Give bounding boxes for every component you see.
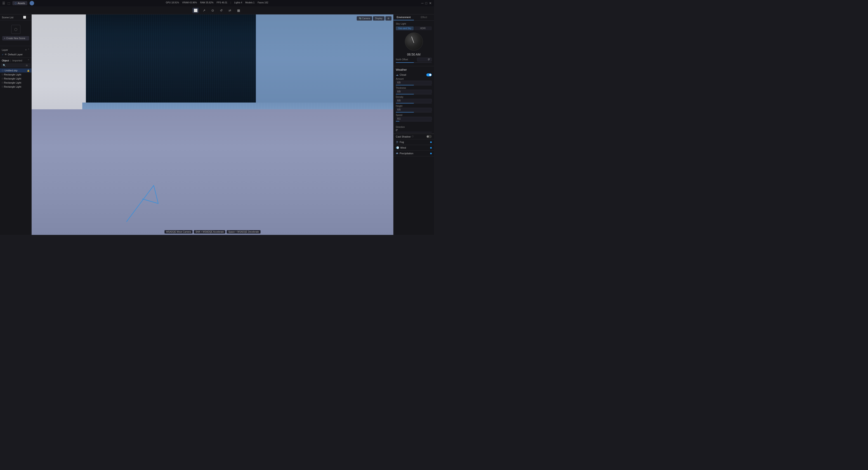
direction-section: Direction 0°: [394, 125, 434, 134]
amount-value[interactable]: 0.5: [396, 80, 432, 85]
fog-label: Fog: [400, 141, 404, 143]
sky-sphere[interactable]: [405, 33, 423, 51]
tab-object[interactable]: Object: [2, 59, 9, 62]
tool-select[interactable]: ⬜: [192, 8, 199, 13]
tab-effect[interactable]: Effect: [414, 14, 434, 20]
tab-hdri[interactable]: HDRI: [414, 26, 432, 30]
display-button[interactable]: Display: [373, 16, 384, 21]
cloud-toggle[interactable]: [426, 73, 432, 76]
right-panel: Environment Effect Sky Light Geo and Sky…: [393, 14, 434, 235]
object-item-rect2[interactable]: □ Rectangle Light: [0, 76, 31, 80]
scene-list-header: Scene List ⬜ ⋯: [0, 14, 31, 20]
assets-button[interactable]: ⬡ Assets: [12, 1, 27, 5]
layer-name: Default Layer: [8, 53, 23, 56]
tool-mirror[interactable]: ⇄: [227, 8, 233, 13]
minimize-button[interactable]: ─: [421, 1, 424, 5]
speed-label: Speed: [396, 114, 432, 116]
object-search-input[interactable]: [7, 64, 25, 67]
object-list: ⬡ Untitled.skp 🔒 □ Rectangle Light □ Rec…: [0, 68, 31, 235]
object-item-untitled[interactable]: ⬡ Untitled.skp 🔒: [0, 68, 31, 72]
viewport-settings-btn[interactable]: ⚙: [385, 16, 392, 21]
height-track[interactable]: [396, 112, 432, 112]
density-track[interactable]: [396, 103, 432, 103]
amount-track[interactable]: [396, 85, 432, 86]
grid-layout-icon[interactable]: ⊞: [26, 64, 28, 67]
weather-section: Weather ☁ Cloud Amount 0.5 Thickness 0.5: [394, 66, 434, 125]
arrow-drawing: [122, 174, 172, 224]
speed-value[interactable]: 0.1: [396, 117, 432, 121]
tab-imported[interactable]: Imported: [12, 59, 22, 62]
layer-section: Layer + ⌃ ✓ 👁 Default Layer: [0, 47, 31, 58]
divider-1: [0, 46, 31, 46]
menu-icon[interactable]: ☰: [2, 1, 5, 5]
default-layer-item[interactable]: ✓ 👁 Default Layer: [2, 53, 30, 56]
fog-toggle-dot[interactable]: [430, 141, 432, 143]
wind-row: 💨 Wind: [394, 145, 434, 150]
tool-rotate[interactable]: ↺: [218, 8, 224, 13]
sky-time: 06:50 AM: [396, 53, 432, 56]
thickness-value[interactable]: 0.5: [396, 90, 432, 94]
camera-icon: 📷: [359, 17, 362, 20]
north-offset-value[interactable]: 0°: [417, 58, 432, 61]
weather-title: Weather: [396, 68, 432, 71]
scene-floor: [32, 109, 393, 235]
viewport-controls: 📷 Camera Display ⚙: [357, 16, 392, 21]
rect-icon-2: □: [2, 77, 3, 80]
thickness-row: Thickness 0.5: [396, 87, 432, 94]
object-search-bar[interactable]: 🔍 ⊞: [1, 63, 31, 68]
wind-label: Wind: [400, 146, 406, 149]
lock-icon: 🔒: [27, 69, 30, 72]
cloud-row: ☁ Cloud: [396, 73, 432, 76]
north-offset-track[interactable]: [396, 62, 432, 63]
close-button[interactable]: ✕: [429, 1, 432, 5]
shortcut-decelerate: Space + WSADQE Decelerate: [227, 230, 260, 234]
create-scene-button[interactable]: + Create New Scene: [2, 36, 29, 40]
tool-grid[interactable]: ▦: [235, 8, 242, 13]
height-row: Height 0.5: [396, 105, 432, 112]
vram-stat: VRAM 43.96%: [182, 1, 197, 4]
object-item-rect3[interactable]: □ Rectangle Light: [0, 80, 31, 85]
direction-track[interactable]: [396, 132, 432, 132]
layer-collapse[interactable]: ⌃: [28, 48, 30, 51]
scene-panel-collapse[interactable]: ⬜: [23, 16, 26, 19]
cast-shadow-toggle[interactable]: [426, 135, 432, 138]
direction-value[interactable]: 0°: [396, 129, 432, 131]
wind-icon: 💨: [396, 146, 399, 149]
scene-panel-menu[interactable]: ⋯: [27, 16, 30, 19]
precipitation-label: Precipitation: [400, 152, 413, 155]
height-value[interactable]: 0.5: [396, 108, 432, 111]
precipitation-toggle-dot[interactable]: [430, 153, 432, 154]
object-name-rect1: Rectangle Light: [4, 73, 21, 76]
tab-geo-sky[interactable]: Geo and Sky: [396, 26, 414, 30]
viewport[interactable]: 📷 Camera Display ⚙ WSADQE Move Camera Sh…: [32, 14, 393, 235]
add-layer-button[interactable]: +: [25, 48, 27, 51]
density-label: Density: [396, 96, 432, 98]
collapse-icon[interactable]: ⌃: [27, 59, 30, 62]
object-name: Untitled.skp: [4, 69, 18, 72]
layer-eye-icon[interactable]: 👁: [4, 53, 7, 56]
gpu-stat: GPU 18.91%: [166, 1, 179, 4]
svg-line-1: [154, 186, 158, 203]
user-avatar[interactable]: [30, 1, 34, 5]
camera-button[interactable]: 📷 Camera: [357, 16, 372, 21]
north-offset-label: North Offset: [396, 58, 408, 61]
speed-track[interactable]: [396, 121, 432, 122]
wind-toggle-dot[interactable]: [430, 147, 432, 148]
density-row: Density 0.5: [396, 96, 432, 103]
tool-pen[interactable]: ↗: [201, 8, 207, 13]
density-value[interactable]: 0.5: [396, 99, 432, 103]
speed-row: Speed 0.1: [396, 114, 432, 122]
new-file-icon[interactable]: ⬚: [7, 2, 10, 5]
object-item-rect1[interactable]: □ Rectangle Light: [0, 72, 31, 76]
right-panel-tabs: Environment Effect: [394, 14, 434, 21]
cast-shadow-label: Cast Shadow: [396, 135, 410, 138]
maximize-button[interactable]: □: [426, 1, 427, 5]
object-name-rect2: Rectangle Light: [4, 77, 21, 80]
tool-orbit[interactable]: ⊙: [210, 8, 216, 13]
tab-environment[interactable]: Environment: [394, 14, 414, 20]
thickness-track[interactable]: [396, 94, 432, 94]
info-icon: ⓘ: [412, 135, 414, 138]
object-item-rect4[interactable]: □ Rectangle Light: [0, 85, 31, 89]
main-toolbar: ⬜ ↗ ⊙ ↺ ⇄ ▦: [0, 6, 434, 14]
precipitation-row: 🌧 Precipitation: [394, 150, 434, 156]
